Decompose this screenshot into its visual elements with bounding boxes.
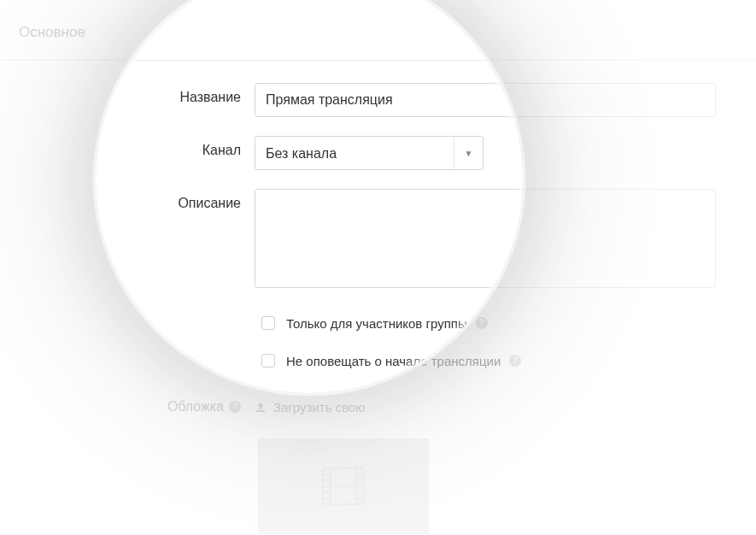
upload-cover-label: Загрузить свою	[273, 400, 366, 414]
no-notify-checkbox[interactable]	[261, 354, 275, 367]
description-label: Описание	[0, 189, 255, 211]
channel-select[interactable]: Без канала	[255, 136, 483, 170]
cover-thumbnail-placeholder[interactable]	[258, 438, 429, 534]
channel-label: Канал	[0, 136, 255, 158]
help-icon[interactable]: ?	[476, 317, 488, 329]
members-only-label[interactable]: Только для участников группы	[286, 316, 467, 331]
row-members-only: Только для участников группы ?	[258, 314, 756, 332]
no-notify-label[interactable]: Не оповещать о начале трансляции	[286, 354, 501, 368]
members-only-checkbox[interactable]	[261, 316, 275, 330]
row-cover: Обложка ? Загрузить свою	[0, 399, 756, 414]
row-no-notify: Не оповещать о начале трансляции ?	[258, 351, 756, 370]
upload-icon	[255, 401, 267, 413]
upload-cover-button[interactable]: Загрузить свою	[255, 400, 366, 414]
cover-label-wrap: Обложка ?	[0, 399, 255, 414]
section-header: Основное	[0, 0, 756, 61]
row-name: Название	[0, 83, 756, 117]
row-description: Описание	[0, 189, 756, 291]
help-icon[interactable]: ?	[229, 401, 241, 413]
svg-rect-0	[256, 410, 265, 412]
settings-form: Название Канал Без канала ▼ Описание Тол…	[0, 61, 756, 534]
name-input[interactable]	[255, 83, 716, 117]
section-title: Основное	[19, 24, 85, 40]
row-channel: Канал Без канала ▼	[0, 136, 756, 170]
film-icon	[322, 467, 365, 505]
help-icon[interactable]: ?	[509, 355, 521, 367]
description-textarea[interactable]	[255, 189, 716, 288]
name-label: Название	[0, 83, 255, 105]
cover-label: Обложка	[167, 399, 224, 414]
